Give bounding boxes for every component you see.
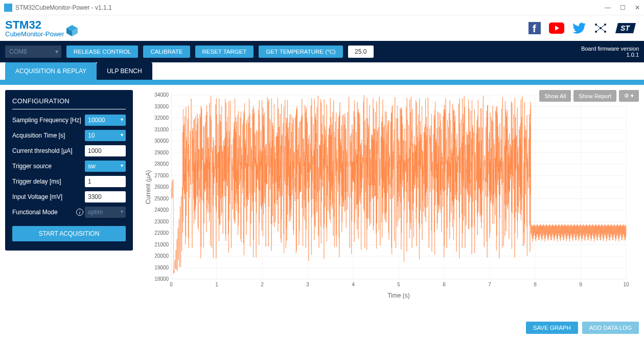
svg-text:18000: 18000 — [154, 276, 169, 282]
tab-ulpbench[interactable]: ULP BENCH — [97, 62, 152, 80]
chart-settings-button[interactable]: ▾ — [619, 90, 639, 102]
youtube-icon[interactable] — [549, 22, 564, 34]
svg-text:34000: 34000 — [154, 92, 169, 98]
close-button[interactable]: ✕ — [635, 4, 640, 11]
trigger-source-select[interactable]: sw — [85, 161, 126, 172]
svg-line-13 — [601, 25, 605, 28]
svg-text:Time (s): Time (s) — [387, 292, 410, 299]
svg-text:23000: 23000 — [154, 219, 169, 224]
svg-text:ST: ST — [620, 24, 630, 32]
current-chart[interactable]: 1800019000200002100022000230002400025000… — [143, 90, 629, 300]
tabs: ACQUISITION & REPLAY ULP BENCH — [0, 62, 644, 80]
trigger-delay-input[interactable] — [85, 176, 126, 187]
acq-time-label: Acquisition Time [s] — [12, 132, 85, 139]
chart-area: Show All Show Report ▾ 18000190002000021… — [143, 90, 639, 301]
svg-text:21000: 21000 — [154, 242, 169, 247]
window-titlebar: STM32CubeMonitor-Power - v1.1.1 — ☐ ✕ — [0, 0, 644, 15]
facebook-icon[interactable]: f — [528, 22, 541, 34]
minimize-button[interactable]: — — [605, 4, 611, 11]
get-temperature-button[interactable]: GET TEMPERATURE (°C) — [259, 46, 342, 58]
logo-line1: STM32 — [5, 19, 64, 31]
current-threshold-label: Current threshold [µA] — [12, 147, 85, 154]
trigger-delay-label: Trigger delay [ms] — [12, 178, 85, 185]
firmware-label: Board firmware version — [581, 46, 639, 52]
configuration-title: CONFIGURATION — [12, 97, 126, 109]
window-title: STM32CubeMonitor-Power - v1.1.1 — [15, 4, 605, 11]
release-control-button[interactable]: RELEASE CONTROL — [66, 46, 138, 58]
svg-text:24000: 24000 — [154, 207, 169, 213]
app-logo: STM32 CubeMonitor-Power — [5, 19, 79, 37]
window-controls: — ☐ ✕ — [605, 4, 640, 11]
app-icon — [4, 4, 12, 12]
temperature-value: 25.0 — [348, 46, 374, 58]
start-acquisition-button[interactable]: START ACQUISITION — [12, 226, 126, 241]
com-port-select[interactable]: COM6 — [5, 46, 61, 58]
svg-text:8: 8 — [534, 282, 537, 287]
show-report-button[interactable]: Show Report — [573, 90, 616, 102]
reset-target-button[interactable]: RESET TARGET — [195, 46, 254, 58]
svg-line-12 — [596, 25, 601, 28]
svg-text:7: 7 — [488, 282, 491, 287]
input-voltage-label: Input Voltage [mV] — [12, 193, 85, 200]
st-logo-icon[interactable]: ST — [615, 21, 639, 35]
save-graph-button[interactable]: SAVE GRAPH — [526, 322, 578, 334]
functional-mode-select[interactable]: optim — [85, 207, 126, 218]
firmware-version: 1.0.1 — [581, 52, 639, 58]
info-icon[interactable]: i — [76, 209, 83, 216]
svg-text:4: 4 — [352, 282, 355, 287]
svg-text:3: 3 — [306, 282, 309, 287]
input-voltage-input[interactable] — [85, 191, 126, 202]
gear-icon — [624, 93, 629, 99]
sampling-freq-label: Sampling Frequency [Hz] — [12, 117, 85, 124]
social-links: f ST — [528, 21, 639, 35]
svg-line-15 — [601, 28, 605, 32]
svg-text:10: 10 — [623, 282, 629, 287]
svg-text:6: 6 — [443, 282, 446, 287]
svg-text:27000: 27000 — [154, 173, 169, 178]
firmware-info: Board firmware version 1.0.1 — [581, 46, 639, 58]
trigger-source-label: Trigger source — [12, 163, 85, 170]
svg-text:25000: 25000 — [154, 196, 169, 201]
current-threshold-input[interactable] — [85, 145, 126, 156]
show-all-button[interactable]: Show All — [539, 90, 571, 102]
acq-time-select[interactable]: 10 — [85, 130, 126, 141]
svg-text:1: 1 — [215, 282, 218, 287]
svg-text:26000: 26000 — [154, 184, 169, 190]
svg-text:5: 5 — [397, 282, 400, 287]
svg-text:30000: 30000 — [154, 138, 169, 144]
configuration-panel: CONFIGURATION Sampling Frequency [Hz]100… — [5, 90, 133, 251]
svg-text:0: 0 — [170, 282, 173, 287]
calibrate-button[interactable]: CALIBRATE — [143, 46, 190, 58]
svg-text:9: 9 — [579, 282, 582, 287]
svg-line-14 — [596, 28, 601, 32]
svg-text:22000: 22000 — [154, 230, 169, 236]
svg-text:32000: 32000 — [154, 115, 169, 121]
svg-text:20000: 20000 — [154, 253, 169, 259]
cube-icon — [65, 24, 79, 37]
svg-text:f: f — [533, 23, 536, 34]
twitter-icon[interactable] — [572, 22, 586, 34]
tab-acquisition[interactable]: ACQUISITION & REPLAY — [5, 62, 97, 80]
svg-text:29000: 29000 — [154, 150, 169, 155]
logo-line2: CubeMonitor-Power — [5, 31, 64, 37]
sampling-freq-select[interactable]: 10000 — [85, 115, 126, 126]
add-data-log-button[interactable]: ADD DATA LOG — [582, 322, 639, 334]
bottom-buttons: SAVE GRAPH ADD DATA LOG — [526, 322, 639, 334]
svg-text:33000: 33000 — [154, 104, 169, 109]
tab-strip — [0, 80, 644, 85]
svg-text:Current (µA): Current (µA) — [145, 170, 152, 204]
network-icon[interactable] — [594, 21, 607, 35]
svg-text:19000: 19000 — [154, 265, 169, 270]
svg-text:31000: 31000 — [154, 127, 169, 132]
svg-text:2: 2 — [261, 282, 264, 287]
functional-mode-label: Functional Mode — [12, 209, 76, 216]
svg-text:28000: 28000 — [154, 161, 169, 167]
toolbar: COM6 RELEASE CONTROL CALIBRATE RESET TAR… — [0, 41, 644, 62]
maximize-button[interactable]: ☐ — [620, 4, 626, 11]
header: STM32 CubeMonitor-Power f ST — [0, 15, 644, 41]
